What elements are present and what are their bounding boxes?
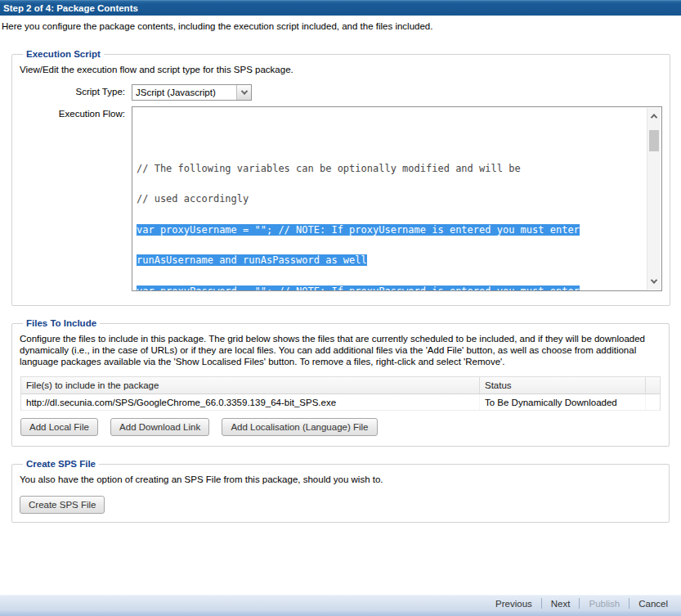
chevron-up-icon xyxy=(651,114,657,120)
row-spacer xyxy=(646,394,660,410)
previous-button[interactable]: Previous xyxy=(486,599,541,609)
script-type-select[interactable]: JScript (Javascript) xyxy=(132,84,252,101)
add-localisation-file-button[interactable]: Add Localisation (Language) File xyxy=(222,418,377,436)
create-sps-file-legend: Create SPS File xyxy=(23,459,99,469)
add-local-file-button[interactable]: Add Local File xyxy=(20,418,98,436)
table-row[interactable]: http://dl.secunia.com/SPS/GoogleChrome_6… xyxy=(21,394,660,411)
file-status-cell: To Be Dynamically Downloaded xyxy=(480,394,646,410)
code-line-selected: var proxyUsername = ""; // NOTE: If prox… xyxy=(137,225,642,236)
script-type-dropdown-button[interactable] xyxy=(236,85,251,100)
files-to-include-legend: Files To Include xyxy=(23,318,100,328)
script-type-row: Script Type: JScript (Javascript) xyxy=(20,84,662,101)
files-grid: File(s) to include in the package Status… xyxy=(20,376,661,411)
files-button-row: Add Local File Add Download Link Add Loc… xyxy=(20,418,661,436)
execution-script-fieldset: Execution Script View/Edit the execution… xyxy=(11,49,670,306)
scroll-down-button[interactable] xyxy=(647,273,661,290)
files-grid-header: File(s) to include in the package Status xyxy=(21,377,660,394)
files-to-include-fieldset: Files To Include Configure the files to … xyxy=(11,318,670,447)
code-line-selected: runAsUsername and runAsPassword as well xyxy=(137,255,642,266)
code-line xyxy=(137,133,642,143)
scroll-up-button[interactable] xyxy=(647,108,661,124)
create-sps-file-button[interactable]: Create SPS File xyxy=(20,496,105,514)
code-line: // used accordingly xyxy=(137,194,642,205)
execution-script-description: View/Edit the execution flow and script … xyxy=(20,64,662,75)
cancel-button[interactable]: Cancel xyxy=(629,599,677,609)
code-scrollbar[interactable] xyxy=(647,108,661,290)
script-type-value: JScript (Javascript) xyxy=(132,85,236,100)
create-sps-file-fieldset: Create SPS File You also have the option… xyxy=(11,459,670,523)
wizard-footer-bar: Previous Next Publish Cancel xyxy=(0,595,681,611)
scrollbar-thumb[interactable] xyxy=(649,130,659,151)
wizard-footer: Previous Next Publish Cancel xyxy=(0,595,681,616)
files-to-include-description: Configure the files to include in this p… xyxy=(20,333,661,367)
execution-flow-code[interactable]: // The following variables can be option… xyxy=(132,107,661,291)
package-wizard-page: { "window": { "step_title": "Step 2 of 4… xyxy=(0,0,681,616)
code-line: // The following variables can be option… xyxy=(137,164,642,174)
column-header-spacer xyxy=(646,377,660,393)
add-download-link-button[interactable]: Add Download Link xyxy=(110,418,209,436)
code-line-selected: var proxyPassword = ""; // NOTE: If prox… xyxy=(137,286,642,292)
create-sps-file-description: You also have the option of creating an … xyxy=(20,474,661,485)
publish-button: Publish xyxy=(580,599,629,609)
wizard-step-title: Step 2 of 4: Package Contents xyxy=(0,0,681,16)
execution-script-legend: Execution Script xyxy=(23,49,104,59)
file-url-cell: http://dl.secunia.com/SPS/GoogleChrome_6… xyxy=(21,394,480,410)
chevron-down-icon xyxy=(651,277,657,283)
next-button[interactable]: Next xyxy=(542,599,580,609)
column-header-file[interactable]: File(s) to include in the package xyxy=(21,377,480,393)
wizard-subtitle: Here you configure the package contents,… xyxy=(0,16,681,31)
column-header-status[interactable]: Status xyxy=(480,377,646,393)
execution-flow-label: Execution Flow: xyxy=(20,106,132,291)
script-type-label: Script Type: xyxy=(20,84,132,101)
footer-bottom-strip xyxy=(0,611,681,616)
execution-flow-row: Execution Flow: // The following variabl… xyxy=(20,106,662,291)
execution-flow-editor[interactable]: // The following variables can be option… xyxy=(132,106,662,291)
chevron-down-icon xyxy=(240,88,247,94)
